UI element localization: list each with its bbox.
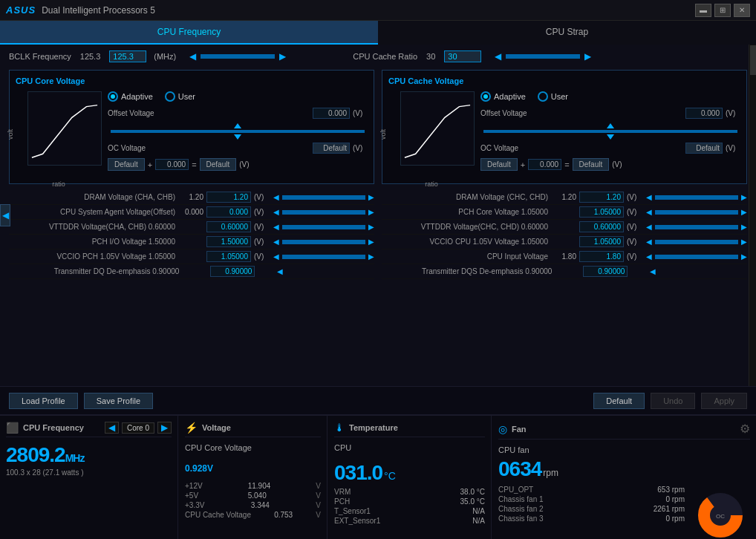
right-vr-slider-4[interactable] xyxy=(655,255,738,259)
left-vr-slider-2[interactable] xyxy=(282,225,365,229)
cpu-freq-header: ⬛ CPU Frequency ◀ Core 0 ▶ xyxy=(6,422,172,437)
tab-cpu-frequency[interactable]: CPU Frequency xyxy=(0,21,378,45)
left-vr-input-1[interactable] xyxy=(206,206,251,218)
right-vr-left-2[interactable]: ◀ xyxy=(646,223,652,231)
right-vr-slider-5[interactable] xyxy=(659,270,744,274)
left-vr-slider-5[interactable] xyxy=(286,270,371,274)
cache-slider-down[interactable] xyxy=(607,134,614,140)
tab-cpu-strap[interactable]: CPU Strap xyxy=(378,21,756,45)
temp-row-pch: PCH 35.0 °C xyxy=(334,497,485,506)
left-vr-right-1[interactable]: ▶ xyxy=(368,208,374,216)
fan-panel-title: Fan xyxy=(512,425,527,434)
bclk-input[interactable] xyxy=(109,50,146,62)
left-panel-arrow[interactable]: ◀ xyxy=(0,204,10,226)
cpu-freq-prev-btn[interactable]: ◀ xyxy=(105,422,119,434)
left-vr-right-4[interactable]: ▶ xyxy=(368,252,374,261)
restore-button[interactable]: ⊞ xyxy=(714,4,731,17)
left-vr-input-3[interactable] xyxy=(206,236,251,247)
left-vr-slider-4[interactable] xyxy=(282,255,365,259)
cache-slider-up[interactable] xyxy=(607,123,614,128)
cpu-freq-next-btn[interactable]: ▶ xyxy=(157,422,172,434)
load-profile-button[interactable]: Load Profile xyxy=(9,393,78,409)
core-slider-down[interactable] xyxy=(234,134,241,140)
left-vr-left-3[interactable]: ◀ xyxy=(273,238,279,246)
right-vr-input-0[interactable] xyxy=(579,192,624,203)
right-vr-input-2[interactable] xyxy=(579,221,624,232)
fan-val-opt: 653 rpm xyxy=(657,486,685,494)
bclk-arrow-left[interactable]: ◀ xyxy=(188,51,198,62)
left-vr-right-0[interactable]: ▶ xyxy=(368,193,374,201)
right-vr-right-3[interactable]: ▶ xyxy=(741,238,747,246)
cache-user-radio[interactable]: User xyxy=(538,91,568,102)
core-oc-input[interactable] xyxy=(313,143,350,154)
right-vr-slider-0[interactable] xyxy=(655,195,738,200)
left-vr-left-1[interactable]: ◀ xyxy=(273,208,279,216)
settings-gear-icon[interactable]: ⚙ xyxy=(740,422,750,436)
cache-ratio-arrow-right[interactable]: ▶ xyxy=(583,51,593,62)
right-vr-slider-2[interactable] xyxy=(655,225,738,229)
fan-icon: ◎ xyxy=(498,423,507,435)
left-vr-input-5[interactable] xyxy=(210,266,255,277)
right-vr-left-3[interactable]: ◀ xyxy=(646,238,652,246)
save-profile-button[interactable]: Save Profile xyxy=(84,393,153,409)
right-vr-left-1[interactable]: ◀ xyxy=(646,208,652,216)
left-vr-right-3[interactable]: ▶ xyxy=(368,238,374,246)
cache-adaptive-radio[interactable]: Adaptive xyxy=(480,91,526,102)
right-vr-right-4[interactable]: ▶ xyxy=(741,252,747,261)
left-volt-row-2: VTTDDR Voltage(CHA, CHB) 0.60000 (V) ◀ ▶ xyxy=(9,220,374,235)
left-vr-label-1: CPU System Agent Voltage(Offset) xyxy=(9,208,178,216)
left-vr-input-0[interactable] xyxy=(206,192,251,203)
scrollbar-thumb[interactable] xyxy=(750,45,756,75)
right-vr-input-1[interactable] xyxy=(579,206,624,218)
right-vr-left-0[interactable]: ◀ xyxy=(646,193,652,201)
cpu-temp-value: 031.0 xyxy=(334,463,382,483)
cache-offset-input[interactable] xyxy=(685,108,723,119)
close-button[interactable]: ✕ xyxy=(734,4,750,17)
left-vr-input-4[interactable] xyxy=(206,251,251,262)
voltage-columns: CPU Core Voltage volt ratio xyxy=(9,70,747,279)
right-vr-slider-1[interactable] xyxy=(655,210,738,215)
right-vr-input-4[interactable] xyxy=(579,251,624,262)
left-vr-right-2[interactable]: ▶ xyxy=(368,223,374,231)
core-adaptive-radio[interactable]: Adaptive xyxy=(108,91,153,102)
left-vr-slider-3[interactable] xyxy=(282,240,365,244)
right-vr-right-0[interactable]: ▶ xyxy=(741,193,747,201)
cache-default-btn[interactable]: Default xyxy=(480,158,518,171)
left-vr-slider-0[interactable] xyxy=(282,195,365,200)
cache-ratio-input[interactable] xyxy=(444,50,481,62)
left-vr-left-5[interactable]: ◀ xyxy=(277,267,283,275)
right-vr-input-3[interactable] xyxy=(579,236,624,247)
right-vr-left-5[interactable]: ◀ xyxy=(650,267,656,275)
bclk-arrow-right[interactable]: ▶ xyxy=(278,51,287,62)
cache-ratio-slider[interactable] xyxy=(506,54,580,59)
right-vr-left-4[interactable]: ◀ xyxy=(646,252,652,261)
bclk-slider[interactable] xyxy=(201,54,275,59)
right-vr-input-5[interactable] xyxy=(583,266,628,277)
cache-ratio-arrow-left[interactable]: ◀ xyxy=(493,51,503,62)
left-vr-left-2[interactable]: ◀ xyxy=(273,223,279,231)
left-vr-left-0[interactable]: ◀ xyxy=(273,193,279,201)
left-vr-value-1: 0.000 xyxy=(181,208,203,216)
right-volt-row-4: CPU Input Voltage 1.80 (V) ◀ ▶ xyxy=(382,249,747,264)
cache-formula-input[interactable] xyxy=(528,159,561,170)
core-offset-input[interactable] xyxy=(313,108,350,119)
right-vr-right-1[interactable]: ▶ xyxy=(741,208,747,216)
cache-radio-row: Adaptive User xyxy=(480,91,740,102)
default-button[interactable]: Default xyxy=(593,393,645,409)
cache-oc-slider[interactable] xyxy=(483,130,737,133)
left-vr-left-4[interactable]: ◀ xyxy=(273,252,279,261)
core-slider-up[interactable] xyxy=(234,123,241,128)
left-vr-input-2[interactable] xyxy=(206,221,251,232)
bclk-row: BCLK Frequency 125.3 (MHz) ◀ ▶ CPU Cache… xyxy=(9,50,747,62)
core-formula-input[interactable] xyxy=(155,159,189,170)
minimize-button[interactable]: ▬ xyxy=(695,4,711,17)
left-vr-slider-1[interactable] xyxy=(282,210,365,215)
scrollbar[interactable] xyxy=(749,45,756,386)
core-graph-volt-label: volt xyxy=(7,129,14,140)
core-default-btn[interactable]: Default xyxy=(108,158,145,171)
core-oc-slider[interactable] xyxy=(111,130,365,133)
cache-oc-input[interactable] xyxy=(685,143,723,154)
right-vr-slider-3[interactable] xyxy=(655,240,738,244)
core-user-radio[interactable]: User xyxy=(165,91,195,102)
right-vr-right-2[interactable]: ▶ xyxy=(741,223,747,231)
